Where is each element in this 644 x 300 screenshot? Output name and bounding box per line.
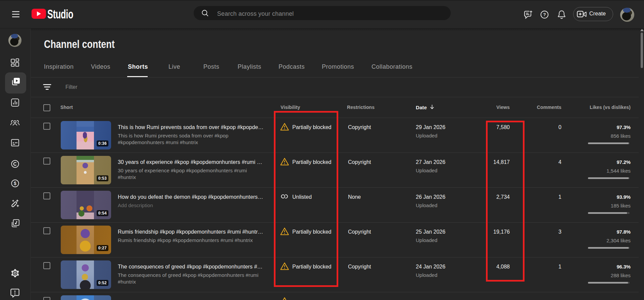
- svg-text:$: $: [14, 181, 16, 186]
- svg-text:?: ?: [543, 12, 546, 17]
